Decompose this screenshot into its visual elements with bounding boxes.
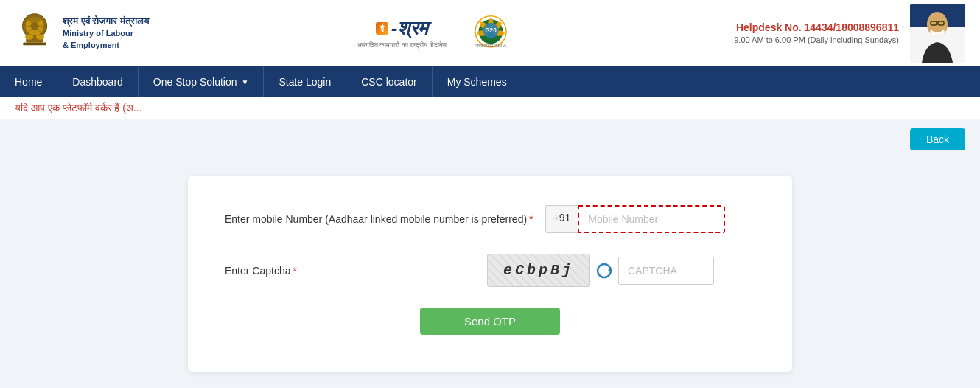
captcha-row: Enter Captcha* eCbpBj (225, 254, 755, 287)
nav-home[interactable]: Home (0, 66, 57, 97)
ministry-english-line2: & Employment (63, 40, 149, 51)
pm-photo (910, 4, 965, 63)
svg-rect-9 (23, 42, 46, 45)
country-code: +91 (545, 205, 578, 233)
pm-image (910, 4, 965, 63)
nav-dashboard[interactable]: Dashboard (57, 66, 139, 97)
helpdesk-info: Helpdesk No. 14434/18008896811 9.00 AM t… (693, 21, 899, 44)
nav-state-login[interactable]: State Login (264, 66, 346, 97)
header: श्रम एवं रोजगार मंत्रालय Ministry of Lab… (0, 0, 980, 66)
captcha-label: Enter Captcha* (225, 265, 475, 277)
send-otp-row: Send OTP (225, 308, 755, 335)
g20-emblem-icon: G20 भारत 2023 INDIA (469, 11, 513, 55)
mobile-input-group: +91 (545, 205, 726, 233)
back-button[interactable]: Back (910, 128, 965, 150)
captcha-group: eCbpBj (487, 254, 714, 287)
refresh-captcha-button[interactable] (595, 261, 614, 280)
mobile-row: Enter mobile Number (Aadhaar linked mobi… (225, 205, 755, 233)
dropdown-arrow-icon: ▼ (242, 78, 249, 86)
ashoka-emblem-icon (15, 11, 55, 55)
ministry-hindi: श्रम एवं रोजगार मंत्रालय (63, 15, 149, 28)
svg-text:भारत 2023 INDIA: भारत 2023 INDIA (475, 43, 507, 47)
ministry-english-line1: Ministry of Labour (63, 28, 149, 39)
captcha-text: eCbpBj (503, 262, 574, 279)
main-content: Enter mobile Number (Aadhaar linked mobi… (0, 153, 980, 388)
mobile-label: Enter mobile Number (Aadhaar linked mobi… (225, 213, 533, 225)
send-otp-button[interactable]: Send OTP (420, 308, 560, 335)
svg-point-10 (25, 34, 33, 39)
helpdesk-hours: 9.00 AM to 6.00 PM (Daily including Sund… (693, 35, 899, 44)
nav-one-stop-solution[interactable]: One Stop Solution ▼ (139, 66, 265, 97)
form-card: Enter mobile Number (Aadhaar linked mobi… (188, 176, 792, 372)
g20-logo: G20 भारत 2023 INDIA (469, 11, 513, 55)
mobile-input[interactable] (578, 205, 725, 233)
header-logos: ई -श्रम असंगठित कामगारों का राष्ट्रीय डे… (177, 11, 693, 55)
nav-my-schemes[interactable]: My Schemes (433, 66, 522, 97)
hindi-marquee: यदि आप एक प्लेटफॉर्म वर्कर हैं (अ... (0, 97, 980, 119)
eshram-logo: ई -श्रम असंगठित कामगारों का राष्ट्रीय डे… (357, 17, 447, 49)
main-nav: Home Dashboard One Stop Solution ▼ State… (0, 66, 980, 97)
captcha-input[interactable] (618, 257, 714, 285)
back-row: Back (0, 119, 980, 153)
eshram-tagline: असंगठित कामगारों का राष्ट्रीय डेटाबेस (357, 41, 447, 49)
ministry-text: श्रम एवं रोजगार मंत्रालय Ministry of Lab… (63, 15, 149, 51)
helpdesk-number: Helpdesk No. 14434/18008896811 (693, 21, 899, 33)
svg-text:G20: G20 (485, 27, 497, 34)
svg-point-11 (36, 34, 44, 39)
nav-csc-locator[interactable]: CSC locator (346, 66, 432, 97)
captcha-required-star: * (293, 265, 297, 277)
mobile-required-star: * (529, 213, 533, 225)
captcha-image: eCbpBj (487, 254, 590, 287)
header-left: श्रम एवं रोजगार मंत्रालय Ministry of Lab… (15, 11, 177, 55)
refresh-icon (595, 261, 614, 280)
